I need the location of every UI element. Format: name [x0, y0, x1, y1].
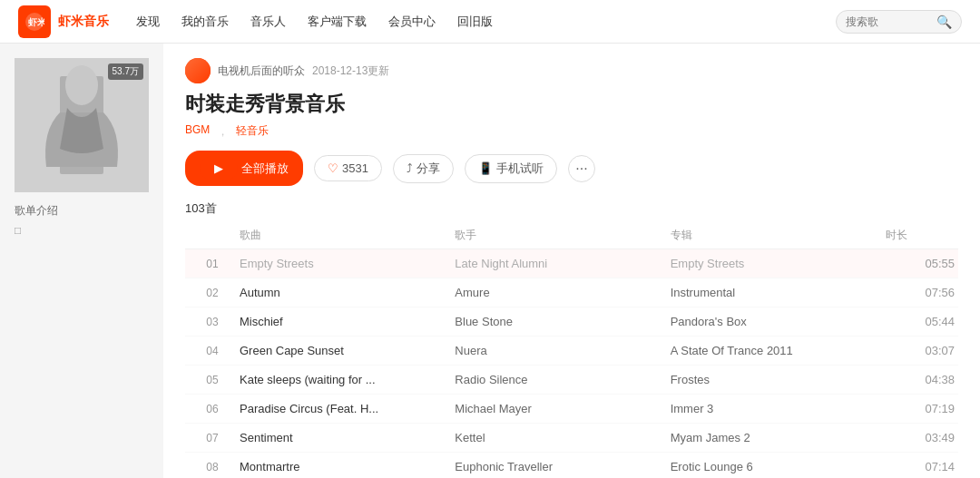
like-count: 3531	[342, 161, 368, 175]
track-list: 01 Empty Streets Late Night Alumni Empty…	[185, 249, 958, 478]
track-duration: 04:38	[886, 373, 958, 386]
table-header: 歌曲 歌手 专辑 时长	[185, 222, 958, 249]
mobile-listen-button[interactable]: 📱 手机试听	[465, 154, 557, 183]
logo-icon: 虾米	[18, 5, 51, 38]
track-number: 02	[185, 287, 240, 299]
track-duration: 03:49	[886, 431, 958, 444]
action-buttons: ▶ 全部播放 ♡ 3531 ⤴ 分享 📱 手机试听 ···	[185, 151, 958, 186]
mobile-icon: 📱	[478, 161, 493, 175]
table-row[interactable]: 03 Mischief Blue Stone Pandora's Box 05:…	[185, 307, 958, 337]
track-album: Pandora's Box	[671, 315, 886, 328]
tag-light-music[interactable]: 轻音乐	[236, 123, 269, 140]
track-title: Mischief	[240, 315, 455, 328]
nav-membership[interactable]: 会员中心	[388, 14, 436, 30]
more-button[interactable]: ···	[568, 155, 595, 182]
creator-name[interactable]: 电视机后面的听众	[218, 63, 305, 79]
track-number: 07	[185, 432, 240, 444]
track-title: Sentiment	[240, 431, 455, 444]
track-artist: Michael Mayer	[455, 402, 670, 415]
track-duration: 05:55	[886, 257, 958, 270]
table-row[interactable]: 07 Sentiment Kettel Myam James 2 03:49	[185, 424, 958, 453]
share-icon: ⤴	[407, 161, 413, 175]
track-artist: Radio Silence	[455, 373, 670, 386]
search-input[interactable]	[846, 15, 936, 28]
main: 53.7万 歌单介绍 □ 电视机后面的听众 2018-12-13更新 时装走秀背…	[0, 44, 980, 478]
share-button[interactable]: ⤴ 分享	[393, 154, 454, 183]
sidebar-playlist-label[interactable]: 歌单介绍	[15, 203, 149, 219]
table-row[interactable]: 02 Autumn Amure Instrumental 07:56	[185, 278, 958, 307]
track-count: 103首	[185, 200, 958, 217]
track-artist: Nuera	[455, 344, 670, 357]
track-album: A State Of Trance 2011	[671, 344, 886, 357]
tag-bgm[interactable]: BGM	[185, 123, 210, 140]
table-row[interactable]: 08 Montmartre Euphonic Traveller Erotic …	[185, 453, 958, 478]
mobile-label: 手机试听	[496, 161, 544, 177]
track-artist: Late Night Alumni	[455, 257, 670, 270]
playlist-tags: BGM ， 轻音乐	[185, 123, 958, 140]
header-right: 🔍	[836, 10, 962, 34]
track-album: Erotic Lounge 6	[671, 460, 886, 473]
playlist-title: 时装走秀背景音乐	[185, 91, 958, 118]
track-title: Empty Streets	[240, 257, 455, 270]
logo[interactable]: 虾米 虾米音乐	[18, 5, 109, 38]
fan-count: 53.7万	[108, 63, 143, 80]
col-artist: 歌手	[455, 228, 670, 243]
sidebar-expand-icon[interactable]: □	[15, 224, 149, 237]
nav-client[interactable]: 客户端下载	[308, 14, 367, 30]
playlist-meta: 电视机后面的听众 2018-12-13更新	[185, 58, 958, 83]
nav-my-music[interactable]: 我的音乐	[181, 14, 229, 30]
logo-text: 虾米音乐	[58, 14, 109, 30]
sidebar: 53.7万 歌单介绍 □	[0, 44, 163, 478]
nav-old-version[interactable]: 回旧版	[457, 14, 493, 30]
nav-musician[interactable]: 音乐人	[250, 14, 286, 30]
col-song: 歌曲	[240, 228, 455, 243]
track-duration: 07:19	[886, 402, 958, 415]
track-artist: Euphonic Traveller	[455, 460, 670, 473]
track-duration: 07:14	[886, 460, 958, 473]
track-number: 03	[185, 316, 240, 328]
col-duration: 时长	[886, 228, 958, 243]
play-all-label: 全部播放	[241, 161, 289, 177]
track-artist: Amure	[455, 286, 670, 299]
share-label: 分享	[416, 161, 440, 177]
play-all-button[interactable]: ▶ 全部播放	[185, 151, 303, 186]
track-title: Montmartre	[240, 460, 455, 473]
search-box[interactable]: 🔍	[836, 10, 962, 34]
play-icon: ▶	[200, 156, 238, 180]
track-title: Kate sleeps (waiting for ...	[240, 373, 455, 386]
track-album: Frostes	[671, 373, 886, 386]
like-button[interactable]: ♡ 3531	[314, 155, 382, 181]
track-number: 08	[185, 461, 240, 473]
table-row[interactable]: 05 Kate sleeps (waiting for ... Radio Si…	[185, 366, 958, 395]
track-number: 06	[185, 403, 240, 415]
avatar-image	[185, 58, 211, 83]
track-duration: 05:44	[886, 315, 958, 328]
svg-text:虾米: 虾米	[28, 17, 44, 27]
table-row[interactable]: 01 Empty Streets Late Night Alumni Empty…	[185, 249, 958, 278]
heart-icon: ♡	[328, 161, 338, 175]
track-album: Myam James 2	[671, 431, 886, 444]
track-number: 04	[185, 345, 240, 357]
track-title: Green Cape Sunset	[240, 344, 455, 357]
content-area: 电视机后面的听众 2018-12-13更新 时装走秀背景音乐 BGM ， 轻音乐…	[163, 44, 980, 478]
col-album: 专辑	[671, 228, 886, 243]
creator-avatar	[185, 58, 211, 83]
nav-discover[interactable]: 发现	[136, 14, 160, 30]
track-artist: Kettel	[455, 431, 670, 444]
table-row[interactable]: 06 Paradise Circus (Feat. H... Michael M…	[185, 395, 958, 424]
svg-point-4	[65, 65, 98, 105]
album-cover: 53.7万	[15, 58, 149, 192]
col-num	[185, 228, 240, 243]
track-artist: Blue Stone	[455, 315, 670, 328]
table-row[interactable]: 04 Green Cape Sunset Nuera A State Of Tr…	[185, 337, 958, 366]
search-icon[interactable]: 🔍	[936, 15, 952, 29]
update-time: 2018-12-13更新	[312, 63, 389, 79]
track-album: Instrumental	[671, 286, 886, 299]
header: 虾米 虾米音乐 发现 我的音乐 音乐人 客户端下载 会员中心 回旧版 🔍	[0, 0, 980, 44]
track-album: Immer 3	[671, 402, 886, 415]
track-count-number: 103首	[185, 201, 217, 215]
track-duration: 03:07	[886, 344, 958, 357]
track-title: Autumn	[240, 286, 455, 299]
track-duration: 07:56	[886, 286, 958, 299]
nav-bar: 发现 我的音乐 音乐人 客户端下载 会员中心 回旧版	[136, 14, 836, 30]
